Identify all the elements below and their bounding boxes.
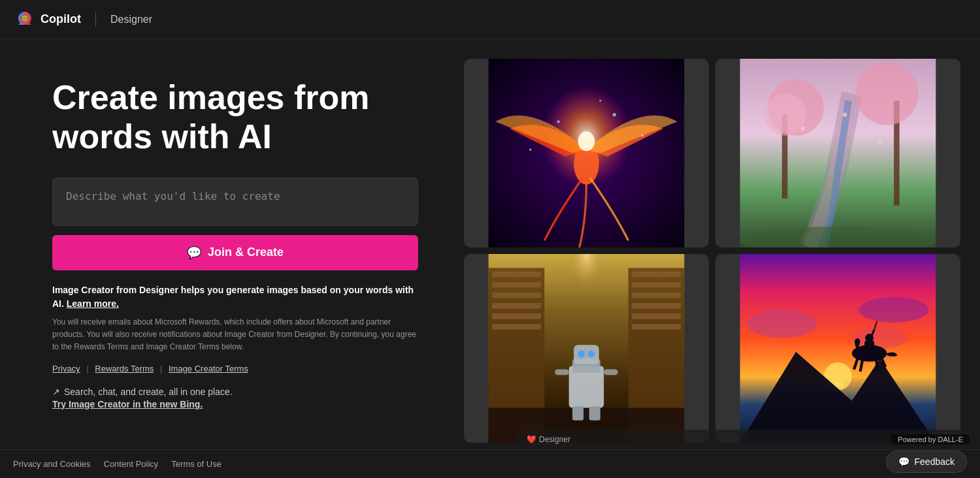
svg-rect-43 xyxy=(604,370,617,375)
arrow-icon: ↗ xyxy=(52,387,60,397)
svg-point-14 xyxy=(801,127,805,131)
separator2: | xyxy=(160,364,162,374)
logo-area: Copilot Designer xyxy=(16,10,152,29)
svg-rect-32 xyxy=(632,293,681,298)
svg-point-6 xyxy=(613,113,616,116)
svg-rect-39 xyxy=(574,345,599,364)
svg-point-40 xyxy=(578,351,585,358)
learn-more-link[interactable]: Learn more. xyxy=(67,298,119,309)
svg-point-41 xyxy=(588,351,595,358)
heart-icon: ❤️ xyxy=(527,435,536,444)
svg-point-50 xyxy=(747,310,817,338)
footer: Privacy and Cookies Content Policy Terms… xyxy=(0,449,980,478)
svg-point-4 xyxy=(578,131,595,151)
bing-promo-line1: ↗ Search, chat, and create, all in one p… xyxy=(52,387,418,397)
pagination-text: Powered by DALL-E xyxy=(891,434,970,445)
bottom-designer-label: ❤️ Designer xyxy=(527,435,570,444)
svg-rect-27 xyxy=(492,313,541,319)
svg-rect-45 xyxy=(589,406,600,420)
svg-rect-25 xyxy=(492,293,541,298)
svg-line-56 xyxy=(876,360,877,372)
svg-rect-30 xyxy=(632,272,681,278)
svg-rect-35 xyxy=(632,324,681,330)
join-create-button[interactable]: 💬 Join & Create xyxy=(52,235,418,270)
svg-point-7 xyxy=(529,149,531,151)
header-divider xyxy=(95,12,96,27)
svg-rect-21 xyxy=(572,254,600,310)
privacy-link[interactable]: Privacy xyxy=(52,364,80,374)
right-panel xyxy=(457,39,980,449)
brand-name: Copilot xyxy=(41,12,81,26)
svg-point-52 xyxy=(852,327,908,348)
svg-rect-31 xyxy=(632,282,681,288)
svg-rect-42 xyxy=(555,370,568,375)
description-main: Image Creator from Designer helps you ge… xyxy=(52,283,418,311)
svg-point-5 xyxy=(557,120,560,123)
left-panel: Create images from words with AI 💬 Join … xyxy=(0,39,457,449)
svg-point-16 xyxy=(878,140,882,144)
svg-rect-28 xyxy=(492,324,541,330)
bing-promo-line2: Try Image Creator in the new Bing. xyxy=(52,398,418,410)
svg-rect-33 xyxy=(632,303,681,309)
copilot-icon xyxy=(16,10,34,29)
image-card-phoenix[interactable] xyxy=(464,59,709,247)
prompt-input[interactable] xyxy=(52,178,418,226)
feedback-button[interactable]: 💬 Feedback xyxy=(886,451,967,473)
image-card-sunset[interactable] xyxy=(715,254,960,443)
bing-link[interactable]: Try Image Creator in the new Bing. xyxy=(52,399,203,409)
product-name: Designer xyxy=(110,14,152,25)
content-policy-link[interactable]: Content Policy xyxy=(104,459,159,469)
svg-point-13 xyxy=(764,94,806,136)
svg-rect-26 xyxy=(492,303,541,309)
image-creator-terms-link[interactable]: Image Creator Terms xyxy=(169,364,248,374)
join-icon: 💬 xyxy=(187,246,201,260)
feedback-label: Feedback xyxy=(915,456,955,467)
main-content: Create images from words with AI 💬 Join … xyxy=(0,39,980,449)
feedback-icon: 💬 xyxy=(898,456,909,467)
svg-rect-23 xyxy=(492,272,541,278)
svg-rect-24 xyxy=(492,282,541,288)
terms-links: Privacy | Rewards Terms | Image Creator … xyxy=(52,364,418,374)
privacy-cookies-link[interactable]: Privacy and Cookies xyxy=(13,459,91,469)
terms-of-use-link[interactable]: Terms of Use xyxy=(171,459,221,469)
separator1: | xyxy=(86,364,88,374)
svg-rect-58 xyxy=(864,341,874,353)
svg-point-51 xyxy=(859,297,929,323)
svg-point-18 xyxy=(855,62,918,125)
description-small: You will receive emails about Microsoft … xyxy=(52,316,418,354)
svg-rect-34 xyxy=(632,313,681,319)
image-card-cherry[interactable] xyxy=(715,59,960,247)
image-card-library[interactable] xyxy=(464,254,709,443)
join-label: Join & Create xyxy=(208,246,284,259)
rewards-terms-link[interactable]: Rewards Terms xyxy=(95,364,154,374)
bing-promo: ↗ Search, chat, and create, all in one p… xyxy=(52,387,418,410)
svg-point-8 xyxy=(642,135,644,136)
svg-point-15 xyxy=(843,112,847,116)
svg-rect-44 xyxy=(572,406,583,420)
svg-point-9 xyxy=(599,100,601,102)
hero-title: Create images from words with AI xyxy=(52,78,418,157)
footer-links: Privacy and Cookies Content Policy Terms… xyxy=(13,459,221,469)
header: Copilot Designer xyxy=(0,0,980,39)
